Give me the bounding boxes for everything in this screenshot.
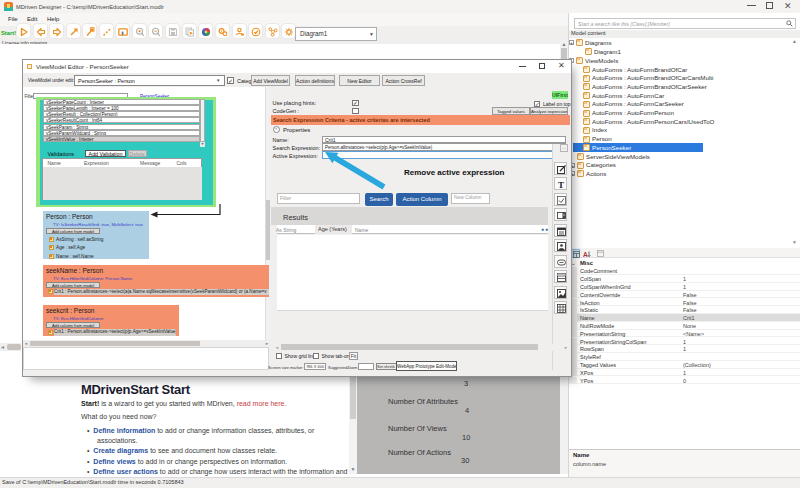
svg-text:T: T — [558, 180, 564, 189]
svg-text:A: A — [583, 251, 588, 258]
